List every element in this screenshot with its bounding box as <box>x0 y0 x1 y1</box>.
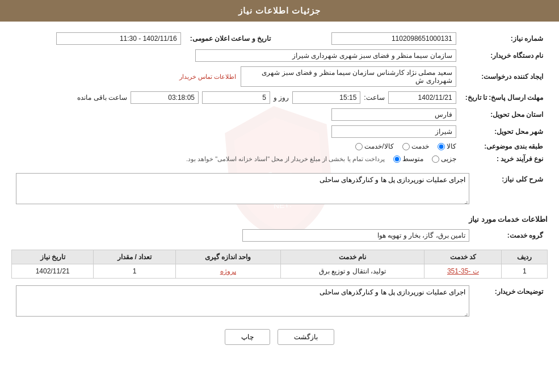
kala-khadamat-radio[interactable] <box>355 143 363 150</box>
resize-corner2: ⌟ <box>464 308 468 317</box>
category-khadamat[interactable]: خدمت <box>402 142 429 150</box>
contact-link[interactable]: اطلاعات تماس خریدار <box>179 73 236 81</box>
sendDeadline-row: 1402/11/21 ساعت: 15:15 روز و 5 03:18:05 … <box>11 89 461 106</box>
serviceGroup-label: گروه خدمت: <box>474 227 548 244</box>
needNumber-box: 1102098651000131 <box>331 32 456 45</box>
category-radio-group: کالا خدمت کالا/خدمت <box>16 142 456 150</box>
needNumber-value: 1102098651000131 <box>287 30 461 47</box>
khadamat-radio[interactable] <box>402 143 410 150</box>
city-label: شهر محل تحویل: <box>461 123 548 140</box>
cell-unit[interactable]: پروژه <box>175 264 280 279</box>
buyer-description-label: توضیحات خریدار: <box>474 283 548 321</box>
process-motevaset[interactable]: متوسط <box>393 155 423 163</box>
buyer-description-textarea[interactable] <box>16 285 469 317</box>
jozee-radio[interactable] <box>432 155 439 163</box>
days-value: 5 <box>202 91 270 104</box>
creator-box: سعید مصلی نژاد کارشناس سازمان سیما منظر … <box>241 66 456 87</box>
jozee-label: جزیی <box>441 155 456 163</box>
processType-label: نوع فرآیند خرید : <box>461 153 548 165</box>
category-kala-khadamat[interactable]: کالا/خدمت <box>355 142 393 150</box>
deadline-time: 15:15 <box>292 91 360 104</box>
col-count: تعداد / مقدار <box>94 250 175 264</box>
motevaset-radio[interactable] <box>393 155 401 163</box>
creator-value: سعید مصلی نژاد کارشناس سازمان سیما منظر … <box>11 64 461 89</box>
kala-radio[interactable] <box>438 143 445 150</box>
cell-count: 1 <box>94 264 175 279</box>
category-kala[interactable]: کالا <box>438 142 456 150</box>
button-row: بازگشت چاپ <box>11 329 548 345</box>
col-code: کد خدمت <box>424 250 502 264</box>
process-note: پرداخت تمام یا بخشی از مبلغ خریدار از مح… <box>186 155 385 163</box>
col-unit: واحد اندازه گیری <box>175 250 280 264</box>
print-button[interactable]: چاپ <box>225 329 270 345</box>
buyerOrg-box: سازمان سیما منظر و فضای سبز شهری شهرداری… <box>195 49 456 62</box>
cell-code: ت -35-351 <box>424 264 502 279</box>
resize-corner: ⌟ <box>464 196 468 205</box>
motevaset-label: متوسط <box>402 155 423 163</box>
services-section-title: اطلاعات خدمات مورد نیاز <box>11 215 548 224</box>
cell-row: 1 <box>502 264 548 279</box>
description-label: شرح کلی نیاز: <box>474 171 548 208</box>
description-textarea[interactable] <box>16 173 469 204</box>
cell-name: تولید، انتقال و توزیع برق <box>280 264 424 279</box>
remaining-label: ساعت باقی مانده <box>77 94 127 102</box>
kala-khadamat-label: کالا/خدمت <box>364 142 393 150</box>
announcement-label: تاریخ و ساعت اعلان عمومی: <box>186 30 275 47</box>
col-date: تاریخ نیاز <box>12 250 94 264</box>
sendDeadline-label: مهلت ارسال پاسخ: تا تاریخ: <box>461 89 548 106</box>
buyerOrg-label: نام دستگاه خریدار: <box>461 47 548 64</box>
announcement-value: 1402/11/16 - 11:30 <box>11 30 186 47</box>
buyerOrg-value: سازمان سیما منظر و فضای سبز شهری شهرداری… <box>11 47 461 64</box>
col-name: نام خدمت <box>280 250 424 264</box>
province-label: استان محل تحویل: <box>461 106 548 123</box>
time-label: ساعت: <box>364 94 384 102</box>
page-title: جزئیات اطلاعات نیاز <box>238 6 321 15</box>
province-value: فارس <box>331 108 456 121</box>
table-row: 1 ت -35-351 تولید، انتقال و توزیع برق پر… <box>12 264 548 279</box>
serviceGroup-value: تامین برق، گاز، بخار و تهویه هوا <box>242 229 469 242</box>
needNumber-label: شماره نیاز: <box>461 30 548 47</box>
back-button[interactable]: بازگشت <box>278 329 334 345</box>
creator-label: ایجاد کننده درخواست: <box>461 64 548 89</box>
col-row: ردیف <box>502 250 548 264</box>
category-label: طبقه بندی موضوعی: <box>461 140 548 153</box>
kala-label: کالا <box>447 142 456 150</box>
announcement-box: 1402/11/16 - 11:30 <box>56 32 181 45</box>
cell-date: 1402/11/21 <box>12 264 94 279</box>
process-radio-group: جزیی متوسط <box>393 155 456 163</box>
khadamat-label: خدمت <box>411 142 429 150</box>
city-value: شیراز <box>331 125 456 138</box>
remaining-time: 03:18:05 <box>131 91 199 104</box>
process-jozee[interactable]: جزیی <box>432 155 456 163</box>
day-label: روز و <box>274 94 289 102</box>
page-header: جزئیات اطلاعات نیاز <box>0 0 559 22</box>
deadline-date: 1402/11/21 <box>388 91 456 104</box>
